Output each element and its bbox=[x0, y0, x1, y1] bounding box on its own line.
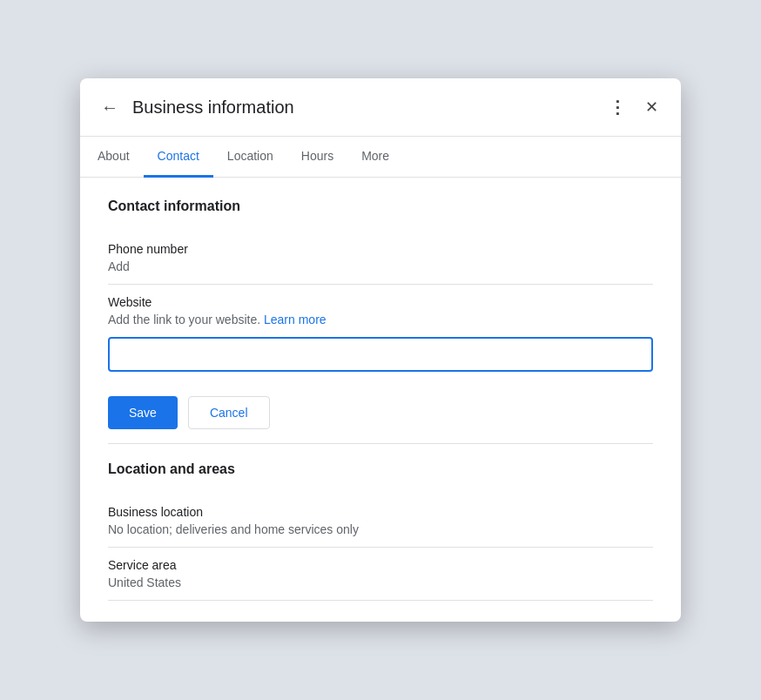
website-label: Website bbox=[108, 295, 653, 309]
form-actions: Save Cancel bbox=[108, 396, 653, 429]
business-location-row: Business location No location; deliverie… bbox=[108, 495, 653, 548]
service-area-value: United States bbox=[108, 575, 653, 589]
tab-location[interactable]: Location bbox=[213, 137, 287, 178]
header-actions: ⋮ ✕ bbox=[603, 92, 663, 122]
service-area-row: Service area United States bbox=[108, 548, 653, 601]
tab-hours[interactable]: Hours bbox=[287, 137, 347, 178]
business-location-value: No location; deliveries and home service… bbox=[108, 522, 653, 536]
back-icon: ← bbox=[101, 98, 118, 118]
back-button[interactable]: ← bbox=[98, 94, 122, 121]
cancel-button[interactable]: Cancel bbox=[188, 396, 270, 429]
website-description: Add the link to your website. Learn more bbox=[108, 313, 653, 326]
close-icon: ✕ bbox=[645, 98, 658, 117]
phone-value: Add bbox=[108, 259, 653, 273]
content-inner: Contact information Phone number Add Web… bbox=[80, 178, 681, 622]
tab-more[interactable]: More bbox=[347, 137, 403, 178]
tab-contact[interactable]: Contact bbox=[144, 137, 213, 178]
business-info-modal: ← Business information ⋮ ✕ About Contact… bbox=[80, 78, 681, 622]
close-button[interactable]: ✕ bbox=[640, 92, 663, 122]
phone-field-row: Phone number Add bbox=[108, 232, 653, 285]
learn-more-link[interactable]: Learn more bbox=[264, 313, 327, 326]
save-button[interactable]: Save bbox=[108, 396, 178, 429]
website-field-row: Website Add the link to your website. Le… bbox=[108, 285, 653, 382]
modal-header: ← Business information ⋮ ✕ bbox=[80, 78, 681, 137]
tab-about[interactable]: About bbox=[98, 137, 144, 178]
contact-section-title: Contact information bbox=[108, 199, 653, 214]
more-vert-icon: ⋮ bbox=[609, 98, 628, 116]
section-divider bbox=[108, 443, 653, 444]
business-location-label: Business location bbox=[108, 505, 653, 519]
location-section: Location and areas Business location No … bbox=[108, 461, 653, 601]
modal-title: Business information bbox=[132, 98, 603, 118]
phone-label: Phone number bbox=[108, 242, 653, 256]
service-area-label: Service area bbox=[108, 558, 653, 572]
website-input[interactable] bbox=[108, 337, 653, 372]
location-section-title: Location and areas bbox=[108, 461, 653, 477]
tab-bar: About Contact Location Hours More bbox=[80, 137, 681, 178]
more-options-button[interactable]: ⋮ bbox=[603, 93, 633, 121]
modal-content[interactable]: Contact information Phone number Add Web… bbox=[80, 178, 681, 622]
